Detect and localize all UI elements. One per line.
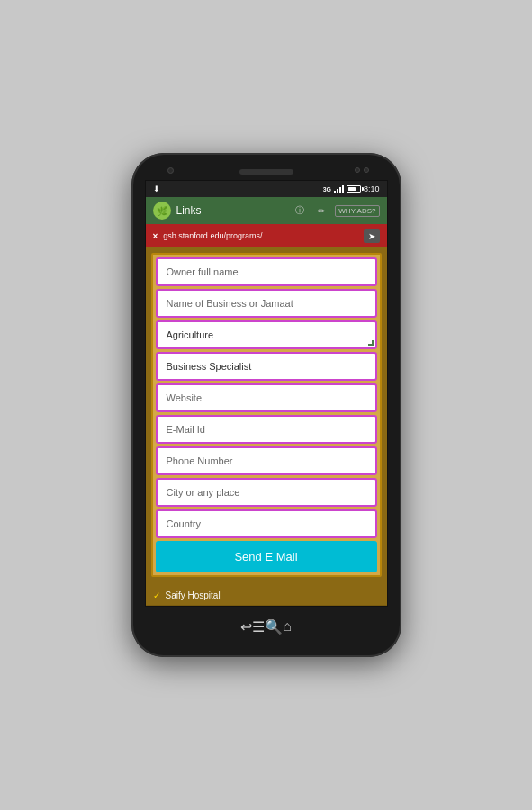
app-bar-icons: ⓘ ✏ WHY ADS? bbox=[292, 202, 379, 219]
why-ads-button[interactable]: WHY ADS? bbox=[335, 205, 379, 217]
bottom-nav: ↩ ☰ 🔍 ⌂ bbox=[240, 607, 292, 644]
business-specialist-value: Business Specialist bbox=[167, 361, 252, 372]
agriculture-field[interactable]: Agriculture bbox=[156, 320, 377, 349]
email-field[interactable]: E-Mail Id bbox=[156, 415, 377, 444]
search-button[interactable]: 🔍 bbox=[265, 618, 283, 635]
form-overlay: Owner full name Name of Business or Jama… bbox=[151, 253, 382, 577]
home-button[interactable]: ⌂ bbox=[283, 618, 292, 634]
resize-handle[interactable] bbox=[368, 340, 374, 346]
speaker-grille bbox=[239, 169, 293, 175]
phone-number-field[interactable]: Phone Number bbox=[156, 446, 377, 475]
battery-icon bbox=[347, 185, 361, 193]
list-section: ✓ Saify Hospital ✓ Burhani Gaurds Intern… bbox=[146, 582, 387, 606]
form-container: Owner full name Name of Business or Jama… bbox=[146, 248, 387, 606]
phone-number-placeholder: Phone Number bbox=[167, 455, 233, 466]
phone-top bbox=[140, 166, 392, 180]
status-left: ⬇ bbox=[153, 184, 160, 194]
agriculture-value: Agriculture bbox=[167, 329, 214, 340]
business-specialist-field[interactable]: Business Specialist bbox=[156, 352, 377, 381]
owner-name-placeholder: Owner full name bbox=[167, 266, 239, 277]
app-icon: 🌿 bbox=[153, 202, 171, 220]
app-bar: 🌿 Links ⓘ ✏ WHY ADS? bbox=[146, 197, 387, 224]
list-item[interactable]: ✓ Saify Hospital bbox=[146, 586, 387, 606]
dots-right bbox=[355, 167, 369, 173]
list-item-label: Saify Hospital bbox=[166, 590, 221, 600]
send-email-button[interactable]: Send E Mail bbox=[156, 541, 377, 572]
time-display: 8:10 bbox=[364, 184, 380, 194]
business-name-field[interactable]: Name of Business or Jamaat bbox=[156, 289, 377, 318]
website-placeholder: Website bbox=[167, 392, 203, 403]
url-text: gsb.stanford.edu/programs/... bbox=[163, 231, 357, 240]
back-button[interactable]: ↩ bbox=[240, 618, 252, 635]
phone-device: ⬇ 3G 8:10 🌿 Links bbox=[131, 153, 401, 657]
city-field[interactable]: City or any place bbox=[156, 478, 377, 507]
signal-bars bbox=[334, 184, 344, 194]
business-name-placeholder: Name of Business or Jamaat bbox=[167, 298, 293, 309]
status-bar: ⬇ 3G 8:10 bbox=[146, 181, 387, 197]
country-field[interactable]: Country bbox=[156, 509, 377, 538]
phone-screen: ⬇ 3G 8:10 🌿 Links bbox=[145, 180, 388, 607]
status-right: 3G 8:10 bbox=[323, 184, 380, 194]
city-placeholder: City or any place bbox=[167, 487, 240, 498]
edit-icon[interactable]: ✏ bbox=[313, 202, 329, 219]
email-placeholder: E-Mail Id bbox=[167, 424, 205, 435]
website-field[interactable]: Website bbox=[156, 383, 377, 412]
check-icon: ✓ bbox=[153, 590, 160, 600]
download-icon: ⬇ bbox=[153, 184, 160, 194]
app-title: Links bbox=[176, 204, 287, 217]
info-icon[interactable]: ⓘ bbox=[292, 202, 308, 219]
go-button[interactable]: ➤ bbox=[364, 230, 380, 243]
close-tab-button[interactable]: × bbox=[153, 231, 158, 241]
owner-name-field[interactable]: Owner full name bbox=[156, 257, 377, 286]
camera-dot bbox=[167, 167, 174, 174]
url-bar: × gsb.stanford.edu/programs/... ➤ bbox=[146, 224, 387, 248]
country-placeholder: Country bbox=[167, 518, 202, 529]
network-badge: 3G bbox=[323, 186, 331, 193]
menu-button[interactable]: ☰ bbox=[252, 618, 265, 635]
